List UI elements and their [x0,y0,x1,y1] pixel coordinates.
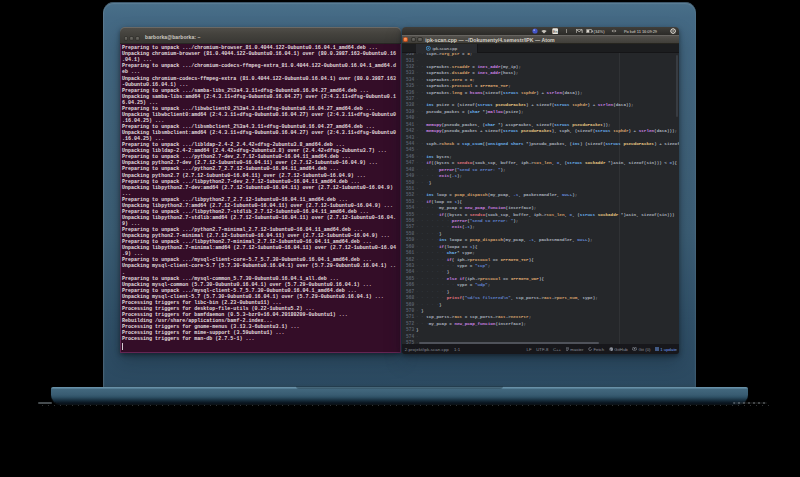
svg-text:En: En [553,30,557,34]
